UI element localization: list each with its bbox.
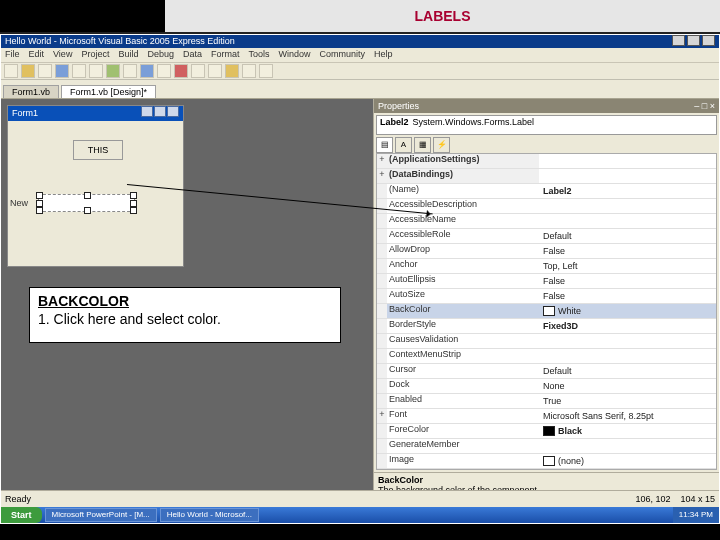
status-pos: 106, 102 — [635, 494, 670, 504]
property-row-accessiblerole[interactable]: AccessibleRoleDefault — [377, 229, 716, 244]
sort-categorized-button[interactable]: ▤ — [376, 137, 393, 153]
property-row-backcolor[interactable]: BackColorWhite — [377, 304, 716, 319]
resize-handle[interactable] — [36, 192, 43, 199]
toolbar-button[interactable] — [208, 64, 222, 78]
property-row-enabled[interactable]: EnabledTrue — [377, 394, 716, 409]
property-row-autoellipsis[interactable]: AutoEllipsisFalse — [377, 274, 716, 289]
toolbar-button[interactable] — [191, 64, 205, 78]
toolbar-button[interactable] — [72, 64, 86, 78]
windows-taskbar[interactable]: Start Microsoft PowerPoint - [M... Hello… — [1, 507, 719, 523]
property-row-dock[interactable]: DockNone — [377, 379, 716, 394]
toolbar-button[interactable] — [123, 64, 137, 78]
resize-handle[interactable] — [84, 192, 91, 199]
properties-sort-tabs[interactable]: ▤ A ▦ ⚡ — [376, 137, 717, 151]
toolbar-button[interactable] — [157, 64, 171, 78]
property-row-databindings[interactable]: +(DataBindings) — [377, 169, 716, 184]
panel-buttons[interactable]: – □ × — [694, 99, 715, 113]
status-size: 104 x 15 — [680, 494, 715, 504]
property-row-font[interactable]: +FontMicrosoft Sans Serif, 8.25pt — [377, 409, 716, 424]
resize-handle[interactable] — [36, 207, 43, 214]
label-caption: New — [10, 198, 28, 208]
status-left: Ready — [5, 494, 31, 504]
object-type: System.Windows.Forms.Label — [413, 117, 535, 133]
menu-debug[interactable]: Debug — [147, 49, 174, 59]
form-titlebar: Form1 — [8, 106, 183, 121]
system-tray[interactable]: 11:34 PM — [673, 507, 719, 523]
tab-code[interactable]: Form1.vb — [3, 85, 59, 98]
menu-project[interactable]: Project — [81, 49, 109, 59]
resize-handle[interactable] — [130, 200, 137, 207]
button-control[interactable]: THIS — [73, 140, 123, 160]
property-row-borderstyle[interactable]: BorderStyleFixed3D — [377, 319, 716, 334]
menu-format[interactable]: Format — [211, 49, 240, 59]
properties-grid[interactable]: +(ApplicationSettings)+(DataBindings)(Na… — [376, 153, 717, 470]
property-row-cursor[interactable]: CursorDefault — [377, 364, 716, 379]
toolbar-button[interactable] — [38, 64, 52, 78]
form-window-buttons[interactable] — [140, 106, 179, 121]
toolbar-button[interactable] — [174, 64, 188, 78]
window-controls[interactable] — [670, 35, 715, 48]
status-bar: Ready 106, 102 104 x 15 — [1, 490, 719, 507]
document-tabs[interactable]: Form1.vb Form1.vb [Design]* — [1, 80, 719, 99]
toolbar-button[interactable] — [21, 64, 35, 78]
start-button[interactable]: Start — [1, 507, 42, 523]
menu-build[interactable]: Build — [118, 49, 138, 59]
toolbar[interactable] — [1, 63, 719, 80]
toolbar-button[interactable] — [55, 64, 69, 78]
tab-design[interactable]: Form1.vb [Design]* — [61, 85, 156, 98]
properties-panel: Properties – □ × Label2 System.Windows.F… — [373, 99, 719, 509]
menu-community[interactable]: Community — [320, 49, 366, 59]
toolbar-button[interactable] — [4, 64, 18, 78]
resize-handle[interactable] — [130, 207, 137, 214]
desc-name: BackColor — [378, 475, 715, 485]
property-row-generatemember[interactable]: GenerateMember — [377, 439, 716, 454]
menu-tools[interactable]: Tools — [248, 49, 269, 59]
taskbar-app[interactable]: Hello World - Microsof... — [160, 508, 259, 522]
taskbar-app[interactable]: Microsoft PowerPoint - [M... — [45, 508, 157, 522]
properties-title-text: Properties — [378, 99, 419, 113]
ide-titlebar: Hello World - Microsoft Visual Basic 200… — [1, 35, 719, 48]
property-row-name[interactable]: (Name)Label2 — [377, 184, 716, 199]
menubar[interactable]: FileEditViewProjectBuildDebugDataFormatT… — [1, 48, 719, 63]
label-control-selected[interactable] — [38, 194, 135, 212]
property-row-applicationsettings[interactable]: +(ApplicationSettings) — [377, 154, 716, 169]
property-row-imagealign[interactable]: ImageAlignMiddleCenter — [377, 469, 716, 470]
ide-title-text: Hello World - Microsoft Visual Basic 200… — [5, 35, 235, 48]
properties-page-button[interactable]: ▦ — [414, 137, 431, 153]
menu-data[interactable]: Data — [183, 49, 202, 59]
resize-handle[interactable] — [84, 207, 91, 214]
properties-title: Properties – □ × — [374, 99, 719, 113]
resize-handle[interactable] — [36, 200, 43, 207]
resize-handle[interactable] — [130, 192, 137, 199]
toolbar-button[interactable] — [140, 64, 154, 78]
toolbar-play-button[interactable] — [106, 64, 120, 78]
menu-window[interactable]: Window — [279, 49, 311, 59]
property-row-anchor[interactable]: AnchorTop, Left — [377, 259, 716, 274]
toolbar-button[interactable] — [225, 64, 239, 78]
property-row-autosize[interactable]: AutoSizeFalse — [377, 289, 716, 304]
menu-edit[interactable]: Edit — [29, 49, 45, 59]
property-row-image[interactable]: Image(none) — [377, 454, 716, 469]
menu-help[interactable]: Help — [374, 49, 393, 59]
toolbar-button[interactable] — [89, 64, 103, 78]
menu-view[interactable]: View — [53, 49, 72, 59]
callout-heading: BACKCOLOR — [38, 293, 129, 309]
callout-step: 1. Click here and select color. — [38, 311, 221, 327]
property-row-causesvalidation[interactable]: CausesValidation — [377, 334, 716, 349]
property-row-contextmenustrip[interactable]: ContextMenuStrip — [377, 349, 716, 364]
property-row-forecolor[interactable]: ForeColorBlack — [377, 424, 716, 439]
menu-file[interactable]: File — [5, 49, 20, 59]
toolbar-button[interactable] — [242, 64, 256, 78]
property-row-allowdrop[interactable]: AllowDropFalse — [377, 244, 716, 259]
form-title-text: Form1 — [12, 106, 38, 121]
annotation-callout: BACKCOLOR 1. Click here and select color… — [29, 287, 341, 343]
events-button[interactable]: ⚡ — [433, 137, 450, 153]
object-selector[interactable]: Label2 System.Windows.Forms.Label — [376, 115, 717, 135]
object-name: Label2 — [380, 117, 409, 133]
slide-title: LABELS — [165, 0, 720, 32]
sort-alpha-button[interactable]: A — [395, 137, 412, 153]
toolbar-button[interactable] — [259, 64, 273, 78]
